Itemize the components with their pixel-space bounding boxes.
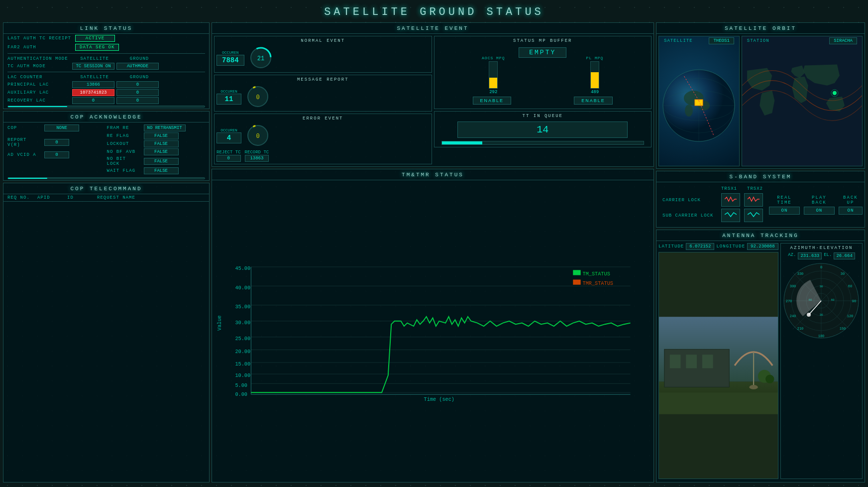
svg-text:30: 30	[819, 285, 823, 288]
svg-text:35.00: 35.00	[235, 304, 250, 310]
link-status-panel: LINK STATUS LAST AUTH TC RECEIPT ACTIVE …	[3, 22, 210, 109]
play-back-label: PLAY BACK	[804, 195, 835, 205]
tm-chart-title: TM&TMR STATUS	[212, 169, 653, 180]
lockout-label: LOCKOUT	[107, 141, 142, 146]
tc-auth-sat-val: TC SESSION ON	[72, 63, 114, 70]
real-time-item: REAL TIME ON	[769, 195, 800, 215]
record-tc-label: RECORD TC	[245, 150, 269, 155]
tt-queue-title: TT IN QUEUE	[436, 114, 650, 119]
enable-btn-2[interactable]: ENABLE	[574, 97, 613, 105]
station-label: STATION	[747, 38, 769, 43]
az-val: 231.633	[798, 252, 822, 259]
el-label: EL.	[824, 252, 832, 259]
svg-rect-55	[686, 355, 697, 368]
aocs-mpq-label: AOCS MPQ	[482, 56, 505, 60]
back-up-val: ON	[839, 207, 863, 215]
svg-rect-33	[573, 270, 580, 275]
sband-panel: S-BAND SYSTEM TRSX1 TRSX2 CARRIER LOCK	[656, 171, 865, 228]
principal-lac-sat: 13866	[72, 81, 114, 88]
pl-mpq-val: 489	[591, 90, 599, 95]
cop-value: NONE	[44, 124, 79, 131]
svg-point-60	[765, 374, 774, 383]
lac-sat-header: SATELLITE	[72, 75, 117, 80]
principal-lac-label: PRINCIPAL LAC	[7, 82, 70, 87]
svg-text:15.00: 15.00	[235, 361, 250, 367]
svg-text:5.00: 5.00	[235, 382, 247, 388]
cop-label: COP	[7, 125, 42, 130]
real-time-val: ON	[769, 207, 800, 215]
no-bf-avb-label: NO BF AVB	[107, 149, 142, 154]
report-vr-label: REPORT V(R)	[7, 137, 42, 147]
recovery-lac-label: RECOVERY LAC	[7, 98, 70, 103]
svg-point-58	[749, 385, 758, 389]
svg-text:45.00: 45.00	[235, 265, 250, 271]
link-status-title: LINK STATUS	[3, 23, 209, 34]
chart-area: 45.00 40.00 35.00 30.00 25.00 20.00 15.0…	[212, 180, 653, 481]
error-occuren-label: OCCUREN	[217, 128, 241, 132]
real-time-label: REAL TIME	[769, 195, 800, 205]
recovery-lac-sat: 0	[72, 97, 114, 104]
aocs-bar	[489, 61, 498, 89]
station-val: SIRACHA	[829, 37, 857, 44]
lon-label: LONGITUDE	[716, 244, 745, 249]
status-mp-title: STATUS MP BUFFER	[436, 38, 650, 43]
cop-slider	[7, 177, 205, 179]
play-back-val: ON	[804, 207, 835, 215]
auth-ground-header: GROUND	[117, 56, 162, 61]
auxiliary-lac-ground: 0	[116, 89, 159, 96]
error-event-title: ERROR EVENT	[217, 116, 430, 121]
sat-event-panel: SATELLITE EVENT NORMAL EVENT OCCUREN 788…	[212, 22, 654, 167]
auxiliary-lac-label: AUXILIARY LAC	[7, 90, 70, 95]
cop-ack-panel: COP ACKNOWLEDGE COP NONE REPORT V(R) 0 A…	[3, 111, 210, 181]
no-bit-lock-val: FALSE	[144, 158, 179, 165]
lac-ground-header: GROUND	[117, 75, 162, 80]
svg-text:0: 0	[256, 94, 259, 101]
az-label: AZ.	[788, 252, 796, 259]
svg-text:60: 60	[831, 298, 835, 302]
tc-apid-label: APID	[37, 195, 67, 200]
antenna-panel: ANTENNA TRACKING LATITUDE 6.072152 LONGI…	[656, 230, 865, 483]
svg-text:180: 180	[818, 334, 825, 338]
lat-lon-row: LATITUDE 6.072152 LONGITUDE 92.230088	[658, 243, 778, 250]
tm-chart-panel: TM&TMR STATUS 45.00 40.00 35.00 30.00 25…	[212, 169, 654, 483]
svg-text:20.00: 20.00	[235, 349, 250, 355]
tt-queue-value: 14	[457, 122, 628, 138]
last-auth-label: LAST AUTH TC RECEIPT	[7, 36, 72, 41]
trsx1-label: TRSX1	[721, 186, 737, 191]
enable-btn-1[interactable]: ENABLE	[473, 97, 512, 105]
fram-re-val: NO RETRANSMIT	[144, 124, 186, 131]
error-event-block: ERROR EVENT OCCUREN 4 0	[214, 114, 432, 164]
re-flag-val: FALSE	[144, 132, 179, 139]
aocs-mpq-val: 292	[489, 90, 497, 95]
far2-auth-label: FAR2 AUTH	[7, 45, 72, 50]
tc-req-label: REQ NO.	[7, 195, 37, 200]
svg-text:Time (sec): Time (sec)	[424, 396, 454, 402]
reject-tc-label: REJECT TC	[217, 150, 241, 155]
svg-text:30: 30	[819, 313, 823, 317]
report-vr-val: 0	[44, 139, 69, 146]
lac-counter-label: LAC COUNTER	[7, 75, 72, 80]
svg-text:240: 240	[790, 314, 796, 318]
no-bit-lock-label: NO BIT LOCK	[107, 156, 142, 166]
main-title: SATELLITE GROUND STATUS	[0, 0, 868, 22]
tc-id-label: ID	[67, 195, 97, 200]
auth-sat-header: SATELLITE	[72, 56, 117, 61]
fram-re-label: FRAM RE	[107, 125, 142, 130]
tc-req-name-label: REQUEST NAME	[97, 195, 135, 200]
svg-text:300: 300	[790, 284, 796, 288]
last-auth-value: ACTIVE	[75, 35, 115, 42]
svg-point-40	[685, 105, 693, 117]
msg-occuren-label: OCCUREN	[217, 89, 241, 94]
svg-text:10.00: 10.00	[235, 373, 250, 379]
sband-title: S-BAND SYSTEM	[656, 171, 865, 182]
tt-queue-bar	[442, 141, 482, 144]
carrier-lock-label: CARRIER LOCK	[662, 198, 717, 203]
pl-bar	[590, 61, 599, 89]
normal-event-gauge: 21	[248, 45, 273, 70]
el-val: 26.664	[834, 252, 855, 259]
carrier-lock-trsx2-icon	[744, 193, 763, 207]
svg-text:0: 0	[820, 265, 822, 269]
az-el-section: AZIMUTH·ELEVATION AZ. 231.633 EL. 26.664	[780, 243, 863, 479]
sat-orbit-title: SATELLITE ORBIT	[656, 23, 865, 34]
satellite-val: THEOS1	[709, 37, 734, 44]
